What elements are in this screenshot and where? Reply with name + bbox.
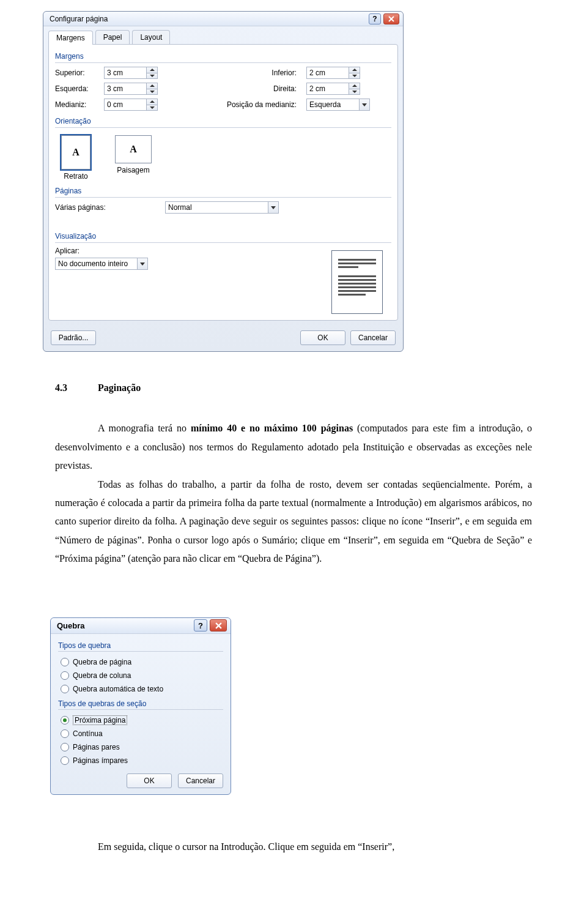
- radio-continuous[interactable]: Contínua: [61, 727, 223, 740]
- spin-up[interactable]: [147, 67, 157, 73]
- chevron-down-icon[interactable]: [137, 258, 148, 270]
- radio-icon: [61, 658, 69, 666]
- radio-odd-pages[interactable]: Páginas ímpares: [61, 754, 223, 767]
- portrait-icon: A: [61, 135, 90, 170]
- radio-icon: [61, 756, 69, 765]
- landscape-label: Paisagem: [115, 166, 152, 174]
- spinner-medianiz[interactable]: [104, 99, 158, 111]
- section-number: 4.3: [55, 379, 67, 397]
- page-setup-dialog: Configurar página ? Margens Papel Layout…: [43, 11, 404, 352]
- label-superior: Superior:: [55, 69, 98, 77]
- close-icon: [215, 622, 222, 629]
- group-paginas-title: Páginas: [55, 187, 391, 195]
- tab-margens[interactable]: Margens: [48, 31, 93, 45]
- close-button[interactable]: [383, 13, 399, 24]
- tab-panel: Margens Superior: Esquerda:: [48, 44, 398, 321]
- radio-even-pages[interactable]: Páginas pares: [61, 740, 223, 754]
- spinner-superior[interactable]: [104, 67, 158, 79]
- tab-layout[interactable]: Layout: [132, 30, 170, 44]
- dropdown-posmed[interactable]: [306, 99, 370, 111]
- paragraph-2: Todas as folhas do trabalho, a partir da…: [55, 475, 532, 568]
- label-inferior: Inferior:: [223, 69, 297, 77]
- group-orient: A Retrato A Paisagem: [55, 127, 391, 181]
- label-varias: Várias páginas:: [55, 203, 159, 212]
- input-varias[interactable]: [165, 201, 268, 214]
- radio-text-wrap-break[interactable]: Quebra automática de texto: [61, 682, 223, 696]
- titlebar-buttons: ?: [369, 13, 399, 24]
- input-superior[interactable]: [104, 67, 147, 79]
- label-direita: Direita:: [223, 84, 297, 93]
- ok-button[interactable]: OK: [127, 773, 172, 788]
- group-visual: Aplicar:: [55, 242, 391, 314]
- landscape-icon: A: [115, 135, 152, 163]
- dialog-title: Configurar página: [50, 15, 369, 23]
- radio-icon: [61, 685, 69, 693]
- label-esquerda: Esquerda:: [55, 84, 98, 93]
- label-aplicar: Aplicar:: [55, 247, 148, 255]
- tab-papel[interactable]: Papel: [95, 30, 130, 44]
- orientation-landscape[interactable]: A Paisagem: [115, 135, 152, 181]
- radio-icon: [61, 716, 69, 725]
- group-paginas: Várias páginas:: [55, 197, 391, 229]
- radio-icon: [61, 729, 69, 738]
- footer-paragraph-block: Em seguida, clique o cursor na Introduçã…: [0, 795, 587, 874]
- input-esquerda[interactable]: [104, 83, 147, 95]
- input-aplicar[interactable]: [55, 258, 137, 270]
- document-body: 4.3 Paginação A monografia terá no mínim…: [0, 352, 587, 568]
- dropdown-varias[interactable]: [165, 201, 279, 214]
- section-title: Paginação: [98, 379, 141, 397]
- dialog-titlebar: Configurar página ?: [43, 12, 403, 26]
- chevron-down-icon[interactable]: [268, 201, 279, 214]
- close-icon: [388, 16, 394, 22]
- footer-paragraph: Em seguida, clique o cursor na Introduçã…: [55, 838, 532, 856]
- orientation-portrait[interactable]: A Retrato: [61, 135, 90, 181]
- radio-page-break[interactable]: Quebra de página: [61, 655, 223, 669]
- chevron-down-icon[interactable]: [359, 99, 370, 111]
- spinner-esquerda[interactable]: [104, 83, 158, 95]
- dialog2-title: Quebra: [57, 621, 194, 630]
- spin-down[interactable]: [147, 73, 157, 79]
- radio-column-break[interactable]: Quebra de coluna: [61, 669, 223, 682]
- radio-icon: [61, 743, 69, 751]
- dialog-buttons: Padrão... OK Cancelar: [43, 326, 403, 351]
- help-button[interactable]: ?: [369, 13, 381, 24]
- ok-button[interactable]: OK: [300, 330, 345, 345]
- page-preview-icon: [331, 250, 383, 314]
- group-margens: Superior: Esquerda:: [55, 62, 391, 114]
- input-inferior[interactable]: [306, 67, 349, 79]
- break-dialog: Quebra ? Tipos de quebra Quebra de págin…: [50, 617, 231, 795]
- spinner-direita[interactable]: [306, 83, 360, 95]
- dialog2-titlebar: Quebra ?: [51, 618, 231, 634]
- radio-next-page[interactable]: Próxima página: [61, 713, 223, 727]
- spinner-inferior[interactable]: [306, 67, 360, 79]
- radio-icon: [61, 671, 69, 680]
- padrao-button[interactable]: Padrão...: [51, 330, 96, 345]
- group-orient-title: Orientação: [55, 117, 391, 125]
- cancel-button[interactable]: Cancelar: [178, 773, 223, 788]
- subgroup-section-breaks: Tipos de quebras de seção: [58, 699, 223, 708]
- label-medianiz: Medianiz:: [55, 100, 98, 109]
- input-direita[interactable]: [306, 83, 349, 95]
- paragraph-1: A monografia terá no mínimo 40 e no máxi…: [55, 419, 532, 475]
- tabs: Margens Papel Layout: [48, 30, 403, 44]
- section-heading: 4.3 Paginação: [55, 379, 532, 397]
- subgroup-break-types: Tipos de quebra: [58, 641, 223, 650]
- input-posmed[interactable]: [306, 99, 359, 111]
- close-button[interactable]: [210, 619, 227, 632]
- group-visual-title: Visualização: [55, 232, 391, 240]
- help-button[interactable]: ?: [194, 619, 207, 632]
- label-posmed: Posição da medianiz:: [223, 100, 297, 109]
- group-margens-title: Margens: [55, 52, 391, 61]
- dropdown-aplicar[interactable]: [55, 258, 148, 270]
- dialog2-body: Tipos de quebra Quebra de página Quebra …: [51, 634, 231, 794]
- cancel-button[interactable]: Cancelar: [350, 330, 396, 345]
- portrait-label: Retrato: [61, 172, 90, 181]
- dialog2-buttons: OK Cancelar: [58, 773, 223, 788]
- input-medianiz[interactable]: [104, 99, 147, 111]
